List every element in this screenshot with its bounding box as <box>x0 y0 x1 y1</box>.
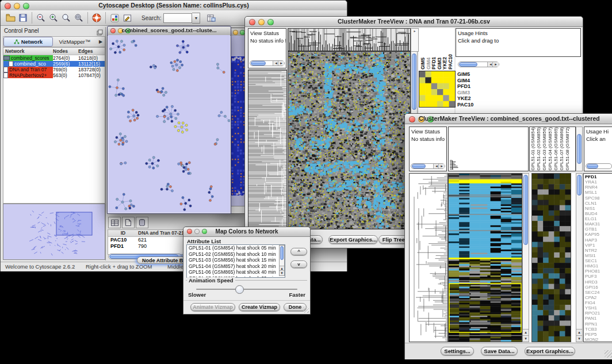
tab-network[interactable]: Network <box>3 37 53 47</box>
tv2-usage-hscrollbar[interactable] <box>586 163 612 169</box>
gene-label[interactable]: HAP3 <box>585 237 612 243</box>
attribute-item[interactable]: GPL51-06 (GSM865) heat shock 40 min <box>187 269 279 275</box>
network-table-row[interactable]: combined_scores 2764(0) 16218(0) <box>3 55 105 61</box>
zoom-fit-icon[interactable] <box>72 12 85 24</box>
gene-label[interactable]: MSL1 <box>585 190 612 195</box>
gene-label[interactable]: CLN1 <box>585 201 612 206</box>
tv2-gene-dendrogram[interactable] <box>409 173 448 342</box>
tv2-settings-button[interactable]: Settings... <box>441 347 474 355</box>
attribute-item[interactable]: GPL51-01 (GSM854) heat shock 05 min <box>187 245 279 251</box>
main-titlebar[interactable]: Cytoscape Desktop (Session Name: collins… <box>1 1 347 11</box>
gene-label[interactable]: HRD3 <box>585 279 612 285</box>
gene-label[interactable]: SEC1 <box>585 258 612 263</box>
scroll-up-icon[interactable]: ▴ <box>576 329 582 335</box>
col-nodes[interactable]: Nodes <box>53 48 78 54</box>
tv1-col-label[interactable]: GIM5 <box>420 58 426 70</box>
network-table-row[interactable]: RNAPuberNov2+ 563(0) 107847(0) <box>3 72 105 78</box>
search-dropdown-icon[interactable]: ▼ <box>192 13 200 24</box>
scroll-right-icon[interactable]: ▸ <box>278 61 284 66</box>
tv1-row-label[interactable]: PFD1 <box>457 83 473 90</box>
tv1-col-label[interactable]: PAC10 <box>448 54 453 70</box>
gene-label[interactable]: YSH1 <box>585 305 612 311</box>
vscroll-thumb[interactable] <box>280 246 284 260</box>
tv2-col-label[interactable]: GPL51-01 (GSM854) <box>531 127 536 171</box>
tv1-export-graphics-button[interactable]: Export Graphics... <box>328 235 378 244</box>
treeview2-titlebar[interactable]: ClusterMaker TreeView : combined_scores_… <box>405 114 612 124</box>
scroll-down-icon[interactable]: ▾ <box>280 270 284 275</box>
resize-grip[interactable] <box>605 350 612 358</box>
gene-label[interactable]: CPA2 <box>585 295 612 300</box>
tv1-row-label[interactable]: YKE2 <box>457 95 473 102</box>
attribute-item[interactable]: GPL51-02 (GSM855) heat shock 10 min <box>187 251 279 258</box>
vscroll-thumb[interactable] <box>577 175 582 196</box>
tv2-col-label[interactable]: GPL51-07 (GSM868) <box>560 127 564 171</box>
speed-slider-thumb[interactable] <box>235 285 244 294</box>
scroll-up-icon[interactable]: ▴ <box>523 329 529 335</box>
attribute-table-icon[interactable] <box>108 217 121 228</box>
tv2-genelist-vscrollbar[interactable]: ▴ ▾ <box>576 173 583 342</box>
gene-label[interactable]: NTR2 <box>585 248 612 253</box>
network-overview-panel[interactable] <box>3 204 105 260</box>
gene-label[interactable]: PAN1 <box>585 316 612 321</box>
dialog-titlebar[interactable]: Map Colors to Network <box>183 227 310 237</box>
tv2-col-label[interactable]: GPL51-04 (GSM857) <box>548 127 553 171</box>
gene-label[interactable]: RPO21 <box>585 311 612 316</box>
attribute-item[interactable]: GPL51-03 (GSM856) heat shock 15 min <box>187 257 279 263</box>
tv1-row-label[interactable]: GIM3 <box>457 90 473 96</box>
scroll-right-icon[interactable]: ▸ <box>492 62 499 67</box>
tv1-heatmap[interactable] <box>288 51 411 229</box>
gene-label[interactable]: GTB1 <box>585 227 612 232</box>
tv2-col-label[interactable]: GPL51-08 (GSM872) <box>565 127 570 171</box>
gene-label[interactable]: FIG4 <box>585 300 612 305</box>
annotation-icon[interactable] <box>121 12 133 24</box>
minimize-button[interactable] <box>233 30 238 35</box>
scroll-right-icon[interactable]: ▸ <box>438 164 445 168</box>
gene-label[interactable]: YRA1 <box>585 179 612 185</box>
vscroll-thumb[interactable] <box>412 53 416 110</box>
search-input[interactable] <box>163 13 192 23</box>
gene-label[interactable]: ELG1 <box>585 216 612 221</box>
tv1-column-dendrogram[interactable] <box>288 28 411 51</box>
tv1-row-label[interactable]: GIM5 <box>457 71 473 78</box>
network-table-row[interactable]: combined_sco 2569(6) 13112(15) <box>3 61 105 67</box>
id-column-header[interactable]: ID <box>108 230 138 236</box>
animate-vizmap-button[interactable]: Animate Vizmap <box>190 303 235 311</box>
open-session-button[interactable] <box>4 12 17 24</box>
tab-overflow-icon[interactable]: ▶ <box>97 39 105 44</box>
hscroll-thumb[interactable] <box>412 164 426 168</box>
col-network[interactable]: Network <box>3 48 53 54</box>
tv2-col-label[interactable]: GPL51-06 (GSM865) <box>554 127 559 171</box>
attribute-listbox[interactable]: GPL51-01 (GSM854) heat shock 05 minGPL51… <box>186 244 285 278</box>
tv1-gene-dendrogram[interactable] <box>248 70 287 229</box>
gene-label[interactable]: MON2 <box>585 337 612 342</box>
zoom-in-icon[interactable] <box>47 12 60 24</box>
tv1-col-label[interactable]: GIM4 <box>426 58 431 70</box>
gene-label[interactable]: RNR4 <box>585 185 612 190</box>
gene-label[interactable]: HMG1 <box>585 263 612 269</box>
col-edges[interactable]: Edges <box>78 48 105 54</box>
gene-label[interactable]: PEP5 <box>585 332 612 337</box>
tv2-heatmap[interactable] <box>448 173 522 342</box>
vscroll-thumb[interactable] <box>523 175 528 245</box>
table-import-icon[interactable] <box>205 12 217 24</box>
gene-label[interactable]: SEC24 <box>585 290 612 295</box>
tv1-col-label[interactable]: GIM3 <box>437 58 442 70</box>
gene-label[interactable]: NIS1 <box>585 206 612 211</box>
network-canvas-area[interactable] <box>108 35 230 213</box>
delete-attribute-icon[interactable] <box>136 217 148 228</box>
hscroll-thumb[interactable] <box>587 164 598 168</box>
network-table-row[interactable]: DNA and Tran 07 769(0) 183728(0) <box>3 67 105 72</box>
tv2-col-label[interactable]: GPL51-02 (GSM855) <box>537 127 541 171</box>
treeview1-titlebar[interactable]: ClusterMaker TreeView : DNA and Tran 07-… <box>245 17 583 27</box>
zoom-out-icon[interactable] <box>35 12 47 24</box>
tv2-status-hscrollbar[interactable]: ◂ ▸ <box>411 163 445 169</box>
tv1-col-label[interactable]: YKE2 <box>442 57 447 70</box>
create-vizmap-button[interactable]: Create Vizmap <box>239 303 280 311</box>
gene-label[interactable]: PHO81 <box>585 269 612 274</box>
save-session-button[interactable] <box>17 12 29 24</box>
tv1-zoom-heatmap[interactable] <box>419 71 456 108</box>
scroll-down-icon[interactable]: ▾ <box>576 335 582 342</box>
node-views-icon[interactable] <box>108 12 121 24</box>
network-table-header[interactable]: Network Nodes Edges <box>3 48 105 55</box>
hscroll-thumb[interactable] <box>251 61 266 66</box>
